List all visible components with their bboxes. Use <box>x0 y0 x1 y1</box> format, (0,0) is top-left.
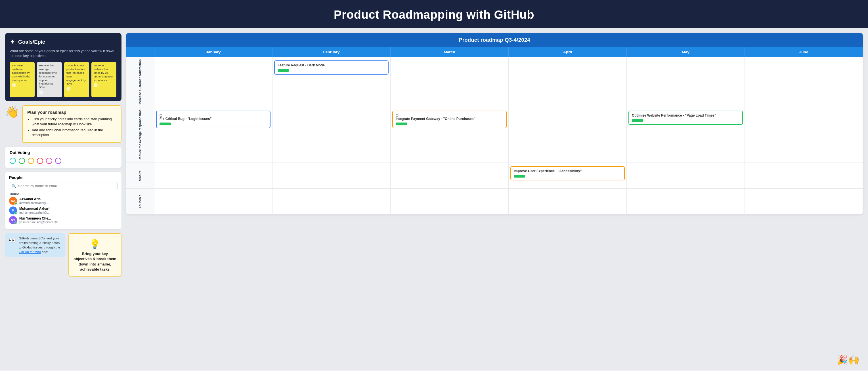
person-name-1: Azwandi Aris <box>19 197 49 201</box>
page-header: Product Roadmapping with GitHub <box>0 0 868 28</box>
col-header-march: March <box>391 47 509 57</box>
row3-apr: Improve User Experience - "Accessibility… <box>509 163 627 188</box>
search-input[interactable] <box>18 184 115 188</box>
github-link[interactable]: GitHub for Miro <box>19 250 41 254</box>
card-circle-icon <box>159 114 162 117</box>
avatar-3: NY <box>9 216 17 224</box>
card-payment-gateway-bar <box>396 123 407 125</box>
sticky-note-4: Improve website load times by 2x, enhanc… <box>91 62 116 97</box>
card-dark-mode[interactable]: Feature Request - Dark Mode <box>274 60 389 75</box>
sticky-note-1: Increase customer satisfaction by 20% wi… <box>10 62 35 97</box>
online-label: Online <box>9 192 118 196</box>
row-label-2: Reduce the average response time <box>126 107 154 163</box>
hand-emoji-icon: 👋 <box>5 105 19 119</box>
card-login-bug[interactable]: Fix Critical Bug - "Login Issues" <box>156 111 271 128</box>
plan-card-title: Plan your roadmap <box>27 110 116 114</box>
card-payment-gateway[interactable]: Integrate Payment Gateway - "Online Purc… <box>392 111 507 128</box>
objectives-icon: 💡 <box>89 239 100 249</box>
search-box[interactable]: 🔍 <box>9 182 118 190</box>
row1-mar <box>391 57 509 107</box>
col-header-june: June <box>745 47 863 57</box>
roadmap-header-row: January February March April May June <box>126 47 863 57</box>
card-payment-gateway-title: Integrate Payment Gateway - "Online Purc… <box>396 117 503 121</box>
page-title: Product Roadmapping with GitHub <box>0 8 868 22</box>
card-dark-mode-title: Feature Request - Dark Mode <box>278 63 385 67</box>
person-row-1: AA Azwandi Aris azwandi.mohilaris@... <box>9 197 118 205</box>
goals-title: Goals/Epic <box>18 39 45 45</box>
row4-jun <box>745 189 863 214</box>
col-header-february: February <box>273 47 391 57</box>
row3-may <box>627 163 745 188</box>
row2-apr <box>509 107 627 163</box>
person-name-3: Nur Yasmeen Che... <box>19 216 61 221</box>
person-email-3: yasmeen.musim@servicenbe... <box>19 221 61 224</box>
col-header-january: January <box>154 47 273 57</box>
dot-red[interactable] <box>37 158 43 164</box>
dot-voting-title: Dot Voting <box>10 150 117 155</box>
row4-jan <box>154 189 273 214</box>
roadmap-title-bar: Product roadmap Q3-4/2024 <box>126 33 863 47</box>
row4-apr <box>509 189 627 214</box>
person-row-3: NY Nur Yasmeen Che... yasmeen.musim@serv… <box>9 216 118 224</box>
row1-may <box>627 57 745 107</box>
sticky-note-2: Reduce the average response time for cus… <box>37 62 62 97</box>
dot-pink[interactable] <box>46 158 52 164</box>
avatar-2: M <box>9 206 17 214</box>
goals-description: What are some of your goals or epics for… <box>10 49 117 59</box>
dot-cyan[interactable] <box>10 158 16 164</box>
right-panel: Product roadmap Q3-4/2024 January Februa… <box>126 33 863 368</box>
person-email-1: azwandi.mohilaris@... <box>19 201 49 204</box>
row1-jun <box>745 57 863 107</box>
dot-row <box>10 158 117 164</box>
row2-may: Optimize Website Performance - "Page Loa… <box>627 107 745 163</box>
card-ux-bar <box>514 175 525 177</box>
search-icon: 🔍 <box>12 184 17 188</box>
sticky-note-3: Launch a new product feature that increa… <box>64 62 89 97</box>
plan-card-list: Turn your sticky notes into cards and st… <box>27 117 116 138</box>
dot-purple[interactable] <box>55 158 61 164</box>
person-email-2: muhammad.azhari@... <box>19 211 50 214</box>
bottom-left-row: 👀 GitHub users | Convert your brainstorm… <box>5 233 122 277</box>
row1-feb: Feature Request - Dark Mode <box>273 57 391 107</box>
plan-card: Plan your roadmap Turn your sticky notes… <box>22 105 122 143</box>
row2-feb <box>273 107 391 163</box>
row3-mar <box>391 163 509 188</box>
col-header-april: April <box>509 47 627 57</box>
row3-jan <box>154 163 273 188</box>
goals-sticky-row: Increase customer satisfaction by 20% wi… <box>10 62 117 97</box>
dot-green[interactable] <box>19 158 25 164</box>
card-website-perf[interactable]: Optimize Website Performance - "Page Loa… <box>628 111 743 125</box>
avatar-1: AA <box>9 197 17 205</box>
row-label-4: Launch a <box>126 189 154 214</box>
row2-jan: Fix Critical Bug - "Login Issues" <box>154 107 273 163</box>
row1-apr <box>509 57 627 107</box>
card-dark-mode-bar <box>278 69 289 72</box>
row4-may <box>627 189 745 214</box>
card-website-perf-bar <box>632 119 643 122</box>
card-login-bug-title: Fix Critical Bug - "Login Issues" <box>159 117 267 121</box>
plan-bullet-2: Add any additional information required … <box>32 128 116 138</box>
dot-yellow[interactable] <box>28 158 34 164</box>
roadmap-row-1: Increase customer satisfaction Feature R… <box>126 57 863 107</box>
card-circle-icon2 <box>396 114 399 117</box>
goals-card: ✦ Goals/Epic What are some of your goals… <box>5 33 122 101</box>
person-row-2: M Muhammad Azhari muhammad.azhari@... <box>9 206 118 214</box>
dot-voting-card: Dot Voting <box>5 147 122 168</box>
row-label-3: feature <box>126 163 154 188</box>
people-title: People <box>9 175 118 180</box>
github-note-text: GitHub users | Convert your brainstormin… <box>19 237 60 249</box>
card-website-perf-title: Optimize Website Performance - "Page Loa… <box>632 113 739 117</box>
objectives-text: Bring your key objectives & break them d… <box>73 251 116 272</box>
card-ux[interactable]: Improve User Experience - "Accessibility… <box>510 166 625 180</box>
github-note-suffix: app! <box>42 250 48 254</box>
row-label-1: Increase customer satisfaction <box>126 57 154 107</box>
left-panel: ✦ Goals/Epic What are some of your goals… <box>5 33 122 368</box>
plan-bullet-1: Turn your sticky notes into cards and st… <box>32 117 116 127</box>
people-card: People 🔍 Online AA Azwandi Aris azwandi.… <box>5 172 122 229</box>
row4-mar <box>391 189 509 214</box>
roadmap-row-4: Launch a <box>126 189 863 214</box>
row3-jun <box>745 163 863 188</box>
col-header-may: May <box>627 47 745 57</box>
roadmap-row-2: Reduce the average response time Fix Cri… <box>126 107 863 163</box>
plan-row: 👋 Plan your roadmap Turn your sticky not… <box>5 105 122 143</box>
